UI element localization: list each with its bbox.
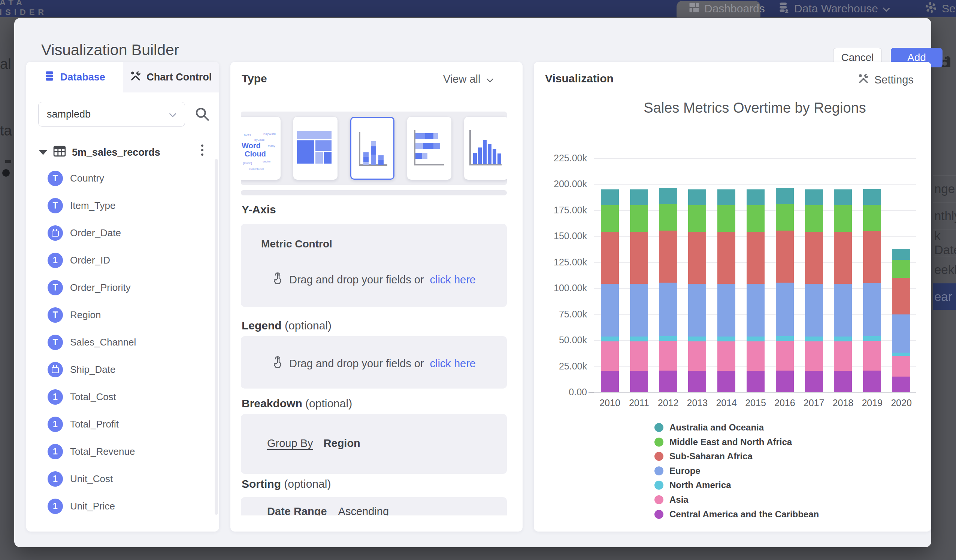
legend-item[interactable]: Australia and Oceania xyxy=(654,422,764,433)
svg-text:nvas: nvas xyxy=(244,133,252,137)
legend-item[interactable]: Europe xyxy=(654,466,701,476)
stacked-bar-2013 xyxy=(688,190,706,392)
nav-item-settings[interactable]: Settings xyxy=(925,0,956,17)
chart-type-stacked-column[interactable] xyxy=(350,117,395,180)
background-menu-item[interactable]: ear xyxy=(933,283,956,310)
field-item-sales_channel[interactable]: TSales_Channel xyxy=(26,329,219,356)
bar-segment xyxy=(688,371,706,392)
y-axis-tick-label: 100.00k xyxy=(542,282,587,293)
bar-segment xyxy=(747,232,764,284)
field-type-date-icon xyxy=(47,225,63,241)
tab-database[interactable]: Database xyxy=(26,62,123,93)
field-item-region[interactable]: TRegion xyxy=(26,301,219,329)
stacked-bar-2014 xyxy=(717,190,735,392)
field-type-text-icon: T xyxy=(47,307,63,323)
bar-segment xyxy=(688,205,706,232)
chart-type-word-cloud[interactable]: nvas KeyWord byCase Word many Cloud [Cod… xyxy=(241,117,281,180)
field-label: Unit_Price xyxy=(70,500,115,512)
legend-item[interactable]: Middle East and North Africa xyxy=(654,437,792,447)
bar-segment xyxy=(630,190,648,205)
background-menu-item[interactable]: nge xyxy=(933,175,956,202)
type-strip-scrollbar[interactable] xyxy=(241,190,507,195)
x-axis-tick-label: 2010 xyxy=(593,398,627,408)
bar-segment xyxy=(747,341,764,371)
tab-label: Chart Control xyxy=(146,72,212,83)
field-label: Total_Cost xyxy=(70,391,116,403)
modal-title: Visualization Builder xyxy=(41,41,179,59)
chart-type-treemap[interactable] xyxy=(293,117,338,180)
field-item-item_type[interactable]: TItem_Type xyxy=(26,192,219,220)
field-item-total_cost[interactable]: 1Total_Cost xyxy=(26,383,219,411)
chart-type-stacked-bar-horizontal[interactable] xyxy=(407,117,451,180)
field-type-number-icon: 1 xyxy=(47,444,63,459)
legend-item[interactable]: North America xyxy=(654,480,731,490)
table-menu-kebab-icon[interactable] xyxy=(195,142,210,158)
nav-item-data-warehouse[interactable]: Data Warehouse xyxy=(778,0,890,17)
bar-segment xyxy=(601,371,619,392)
view-all-dropdown[interactable]: View all xyxy=(443,73,494,85)
field-label: Sales_Channel xyxy=(70,337,136,348)
metric-control-dropzone[interactable]: Metric Control Drag and drop your fields… xyxy=(241,224,507,307)
bar-segment xyxy=(892,314,910,353)
field-item-country[interactable]: TCountry xyxy=(26,165,219,192)
field-type-number-icon: 1 xyxy=(47,417,63,432)
legend-item[interactable]: Central America and the Caribbean xyxy=(654,509,819,519)
database-select[interactable]: sampledb xyxy=(38,102,185,127)
stacked-bar-2016 xyxy=(776,188,794,392)
bar-segment xyxy=(863,189,881,205)
chart-type-strip: nvas KeyWord byCase Word many Cloud [Cod… xyxy=(241,111,507,185)
field-label: Unit_Cost xyxy=(70,473,113,485)
legend-label: Europe xyxy=(670,466,701,476)
y-axis-tick-label: 50.00k xyxy=(542,335,587,345)
tab-chart-control[interactable]: Chart Control xyxy=(123,62,220,93)
legend-item[interactable]: Sub-Saharan Africa xyxy=(654,451,753,461)
bar-segment xyxy=(747,190,764,205)
search-icon[interactable] xyxy=(194,106,211,122)
field-list-scrollbar[interactable] xyxy=(215,159,218,515)
field-item-order_priority[interactable]: TOrder_Priority xyxy=(26,274,219,301)
chart-type-column[interactable] xyxy=(464,117,507,180)
bar-segment xyxy=(601,284,619,337)
bar-segment xyxy=(863,205,881,231)
settings-button[interactable]: Settings xyxy=(858,73,914,87)
legend-item[interactable]: Asia xyxy=(654,494,689,505)
x-axis-tick-label: 2013 xyxy=(680,398,714,408)
nav-label: Dashboards xyxy=(704,2,765,15)
caret-down-icon[interactable] xyxy=(39,150,47,155)
bar-segment xyxy=(688,341,706,371)
table-icon xyxy=(53,145,66,160)
legend-dropzone[interactable]: Drag and drop your fields or click here xyxy=(241,336,507,389)
tools-icon xyxy=(130,71,141,84)
bar-segment xyxy=(659,336,677,341)
visualization-title: Visualization xyxy=(545,72,613,85)
field-item-order_date[interactable]: Order_Date xyxy=(26,220,219,247)
bar-segment xyxy=(863,283,881,336)
field-item-order_id[interactable]: 1Order_ID xyxy=(26,247,219,274)
nav-item-dashboards[interactable]: Dashboards xyxy=(689,0,765,17)
breakdown-box[interactable]: Group By Region xyxy=(241,414,507,474)
click-here-link[interactable]: click here xyxy=(430,358,476,370)
background-menu-item[interactable]: nthly xyxy=(933,202,956,229)
field-item-unit_price[interactable]: 1Unit_Price xyxy=(26,493,219,520)
background-menu-item[interactable]: eekly xyxy=(933,256,956,283)
bar-segment xyxy=(717,337,735,341)
background-menu-item[interactable]: k Date xyxy=(933,229,956,256)
svg-text:[Code]: [Code] xyxy=(243,162,252,165)
click-here-link[interactable]: click here xyxy=(430,274,476,286)
bar-segment xyxy=(601,341,619,371)
x-axis-tick-label: 2018 xyxy=(826,398,860,408)
table-tree-header[interactable]: 5m_sales_records xyxy=(39,145,160,160)
background-dash-fragment xyxy=(5,160,11,163)
field-item-total_profit[interactable]: 1Total_Profit xyxy=(26,411,219,438)
field-item-ship_date[interactable]: Ship_Date xyxy=(26,356,219,383)
field-item-total_revenue[interactable]: 1Total_Revenue xyxy=(26,438,219,465)
bar-segment xyxy=(892,353,910,356)
field-type-text-icon: T xyxy=(47,198,63,213)
bar-segment xyxy=(659,282,677,336)
bar-segment xyxy=(630,284,648,337)
nav-label: Settings xyxy=(942,2,956,15)
app-logo: DATA INSIDER xyxy=(0,0,47,17)
group-by-label[interactable]: Group By xyxy=(267,437,313,449)
sorting-box[interactable]: Date Range Ascending xyxy=(241,497,507,516)
field-item-unit_cost[interactable]: 1Unit_Cost xyxy=(26,465,219,493)
